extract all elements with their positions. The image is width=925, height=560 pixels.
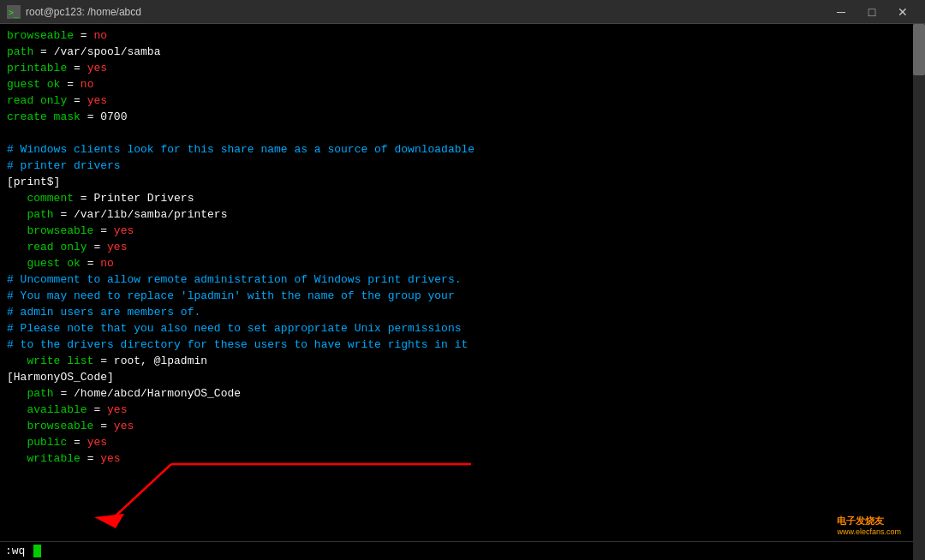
watermark-line1: 电子发烧友 [837,515,901,527]
maximize-button[interactable]: □ [856,0,887,24]
svg-marker-4 [94,514,124,528]
svg-text:>_: >_ [9,8,20,18]
window-title: root@pc123: /home/abcd [26,6,141,18]
terminal-area: browseable = no path = /var/spool/samba … [0,24,925,560]
terminal-content: browseable = no path = /var/spool/samba … [7,27,918,467]
scrollbar[interactable] [913,24,925,560]
watermark-line2: www.elecfans.com [837,527,901,536]
vim-statusbar: :wq [0,541,913,560]
titlebar-left: >_ root@pc123: /home/abcd [7,5,141,19]
cursor-block [33,545,41,557]
close-button[interactable]: ✕ [887,0,918,24]
vim-command: :wq [5,545,25,557]
minimize-button[interactable]: ─ [826,0,856,24]
titlebar: >_ root@pc123: /home/abcd ─ □ ✕ [0,0,925,24]
terminal-icon: >_ [7,5,21,19]
window-controls: ─ □ ✕ [826,0,918,24]
scrollbar-thumb[interactable] [913,24,925,75]
watermark: 电子发烧友 www.elecfans.com [830,511,908,539]
red-arrow-annotation [0,456,913,541]
svg-line-3 [111,464,171,520]
